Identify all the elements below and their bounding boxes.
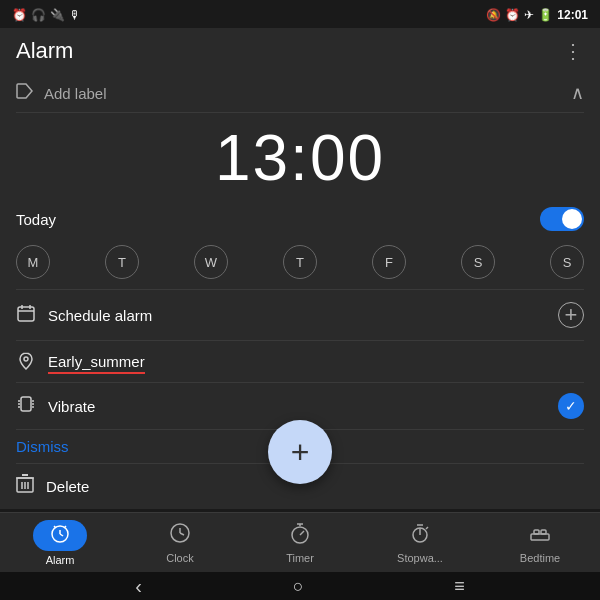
day-thursday[interactable]: T (283, 245, 317, 279)
status-time: 12:01 (557, 8, 588, 22)
day-wednesday[interactable]: W (194, 245, 228, 279)
usb-status-icon: 🔌 (50, 8, 65, 22)
day-sunday[interactable]: S (550, 245, 584, 279)
today-label: Today (16, 211, 56, 228)
schedule-alarm-row[interactable]: Schedule alarm + (16, 289, 584, 340)
ringtone-icon (16, 351, 36, 376)
stopwatch-nav-label: Stopwa... (397, 552, 443, 564)
label-chevron-icon[interactable]: ∧ (571, 82, 584, 104)
home-button[interactable]: ○ (293, 576, 304, 597)
svg-rect-32 (531, 534, 549, 540)
label-icon (16, 83, 34, 103)
add-label-text[interactable]: Add label (44, 85, 107, 102)
clock-status-icon: ⏰ (505, 8, 520, 22)
day-tuesday[interactable]: T (105, 245, 139, 279)
bottom-nav: Alarm Clock Timer (0, 512, 600, 572)
alarm-nav-icon (33, 520, 87, 551)
svg-rect-5 (21, 397, 31, 411)
status-bar: ⏰ 🎧 🔌 🎙 🔕 ⏰ ✈ 🔋 12:01 (0, 0, 600, 28)
schedule-add-icon[interactable]: + (558, 302, 584, 328)
nav-item-bedtime[interactable]: Bedtime (480, 522, 600, 564)
airplane-status-icon: ✈ (524, 8, 534, 22)
delete-icon (16, 474, 34, 499)
app-header: Alarm ⋮ (0, 28, 600, 72)
label-left: Add label (16, 83, 107, 103)
nav-item-stopwatch[interactable]: Stopwa... (360, 522, 480, 564)
ringtone-left: Early_summer (16, 351, 584, 376)
today-toggle[interactable] (540, 207, 584, 231)
schedule-alarm-label: Schedule alarm (48, 307, 152, 324)
schedule-alarm-left: Schedule alarm (16, 303, 152, 328)
vibrate-icon (16, 394, 36, 419)
battery-status-icon: 🔋 (538, 8, 553, 22)
headset-status-icon: 🎧 (31, 8, 46, 22)
day-selector: M T W T F S S (16, 239, 584, 289)
day-saturday[interactable]: S (461, 245, 495, 279)
ringtone-name[interactable]: Early_summer (48, 353, 145, 374)
svg-rect-0 (18, 307, 34, 321)
overflow-menu-button[interactable]: ⋮ (563, 39, 584, 63)
app-title: Alarm (16, 38, 73, 64)
day-friday[interactable]: F (372, 245, 406, 279)
recents-button[interactable]: ≡ (454, 576, 465, 597)
alarm-status-icon: ⏰ (12, 8, 27, 22)
clock-nav-label: Clock (166, 552, 194, 564)
back-button[interactable]: ‹ (135, 575, 142, 598)
schedule-icon (16, 303, 36, 328)
mic-status-icon: 🎙 (69, 8, 81, 22)
timer-nav-label: Timer (286, 552, 314, 564)
timer-nav-icon (289, 522, 311, 549)
svg-line-25 (180, 533, 184, 535)
vibrate-check[interactable]: ✓ (558, 393, 584, 419)
nav-item-timer[interactable]: Timer (240, 522, 360, 564)
vibrate-left: Vibrate (16, 394, 95, 419)
status-left: ⏰ 🎧 🔌 🎙 (12, 8, 81, 22)
label-row[interactable]: Add label ∧ (16, 72, 584, 113)
stopwatch-nav-icon (409, 522, 431, 549)
time-display[interactable]: 13:00 (16, 113, 584, 199)
mute-status-icon: 🔕 (486, 8, 501, 22)
nav-item-alarm[interactable]: Alarm (0, 520, 120, 566)
alarm-nav-label: Alarm (46, 554, 75, 566)
today-row: Today (16, 199, 584, 239)
delete-label: Delete (46, 478, 89, 495)
svg-point-4 (24, 357, 28, 361)
fab-icon: + (291, 434, 310, 471)
dismiss-button[interactable]: Dismiss (16, 438, 69, 455)
svg-line-31 (426, 527, 428, 529)
clock-nav-icon (169, 522, 191, 549)
svg-rect-33 (534, 530, 539, 534)
bedtime-nav-icon (529, 522, 551, 549)
status-right: 🔕 ⏰ ✈ 🔋 12:01 (486, 8, 588, 22)
toggle-knob (562, 209, 582, 229)
fab-button[interactable]: + (268, 420, 332, 484)
svg-line-27 (300, 531, 304, 535)
day-monday[interactable]: M (16, 245, 50, 279)
vibrate-label: Vibrate (48, 398, 95, 415)
home-bar: ‹ ○ ≡ (0, 572, 600, 600)
nav-item-clock[interactable]: Clock (120, 522, 240, 564)
svg-rect-34 (541, 530, 546, 534)
bedtime-nav-label: Bedtime (520, 552, 560, 564)
svg-line-20 (60, 534, 63, 536)
ringtone-row[interactable]: Early_summer (16, 340, 584, 382)
